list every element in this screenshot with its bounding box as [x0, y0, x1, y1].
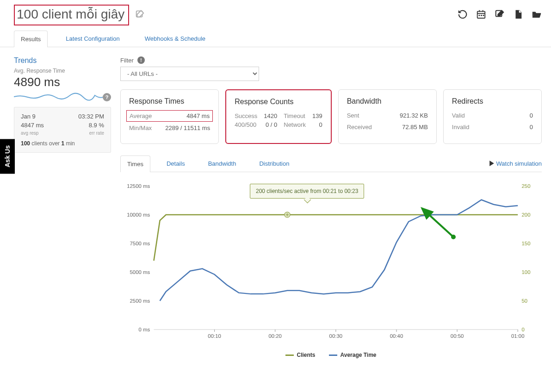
tab-details[interactable]: Details [160, 155, 192, 172]
svg-text:5000 ms: 5000 ms [130, 269, 150, 275]
chart-container: 0 ms2500 ms5000 ms7500 ms10000 ms12500 m… [120, 172, 542, 348]
tab-times[interactable]: Times [120, 156, 150, 172]
toolbar [458, 9, 542, 21]
svg-text:50: 50 [522, 298, 528, 304]
calendar-icon[interactable] [476, 9, 486, 21]
play-icon [489, 161, 495, 166]
svg-text:00:30: 00:30 [329, 333, 342, 339]
svg-text:12500 ms: 12500 ms [127, 183, 150, 189]
page-title: 100 client mỗi giây [17, 7, 124, 21]
tab-bandwidth[interactable]: Bandwidth [201, 155, 243, 172]
row-average: Average4847 ms [126, 110, 213, 122]
trends-sparkline: ? [14, 91, 111, 103]
tab-distribution[interactable]: Distribution [252, 155, 296, 172]
legend-clients: Clients [285, 352, 315, 358]
svg-text:0: 0 [522, 327, 525, 332]
card-bandwidth: Bandwidth Sent921.32 KB Received72.85 MB [338, 89, 437, 144]
svg-text:0 ms: 0 ms [139, 327, 150, 332]
tab-webhooks-schedule[interactable]: Webhooks & Schedule [138, 30, 212, 47]
edit-title-icon[interactable] [135, 9, 145, 21]
trends-value: 4890 ms [14, 75, 111, 89]
row-sent: Sent921.32 KB [347, 112, 428, 119]
document-icon[interactable] [513, 9, 523, 21]
row-received: Received72.85 MB [347, 124, 428, 131]
tab-latest-configuration[interactable]: Latest Configuration [59, 30, 126, 47]
run-clients-line: 100 clients over 1 min [21, 140, 104, 147]
run-time: 03:32 PM [78, 113, 104, 120]
help-icon[interactable]: ? [103, 93, 111, 101]
svg-text:100: 100 [522, 269, 531, 275]
chart-legend: Clients Average Time [120, 352, 542, 358]
run-err: 8.9 % [89, 122, 104, 129]
svg-text:250: 250 [522, 183, 531, 189]
folder-open-icon[interactable] [532, 9, 542, 21]
legend-avg: Average Time [329, 352, 376, 358]
row-valid: Valid0 [452, 112, 533, 119]
card-response-times: Response Times Average4847 ms Min/Max228… [120, 89, 219, 144]
compose-icon[interactable] [495, 9, 505, 21]
filter-label: Filter [120, 57, 134, 64]
card-response-counts: Response Counts Success1420 Timeout139 4… [225, 89, 331, 144]
svg-text:7500 ms: 7500 ms [130, 241, 150, 246]
main-tabs: Results Latest Configuration Webhooks & … [0, 30, 551, 47]
svg-text:10000 ms: 10000 ms [127, 212, 150, 218]
page-title-box: 100 client mỗi giây [14, 5, 129, 25]
trends-subtitle: Avg. Response Time [14, 68, 111, 74]
svg-text:2500 ms: 2500 ms [130, 298, 150, 304]
svg-text:00:10: 00:10 [208, 333, 221, 339]
card-title: Bandwidth [347, 97, 428, 106]
run-summary-card[interactable]: Jan 903:32 PM 4847 ms8.9 % avg resperr r… [14, 107, 111, 153]
run-resp: 4847 ms [21, 122, 44, 129]
ask-us-tab[interactable]: Ask Us [0, 139, 15, 174]
run-err-label: err rate [89, 131, 104, 136]
svg-text:150: 150 [522, 241, 531, 246]
chart-tabs: Times Details Bandwidth Distribution Wat… [120, 155, 542, 172]
svg-text:01:00: 01:00 [511, 333, 524, 339]
row-invalid: Invalid0 [452, 124, 533, 131]
response-time-chart[interactable]: 0 ms2500 ms5000 ms7500 ms10000 ms12500 m… [120, 181, 542, 348]
row-minmax: Min/Max2289 / 11511 ms [129, 124, 210, 131]
svg-rect-5 [483, 15, 484, 16]
card-title: Response Counts [235, 98, 322, 106]
tab-results[interactable]: Results [14, 31, 48, 47]
run-date: Jan 9 [21, 113, 36, 120]
filter-url-select[interactable]: - All URLs - [120, 67, 259, 81]
filter-info-icon[interactable]: ! [137, 56, 145, 64]
svg-text:200: 200 [522, 212, 531, 218]
card-redirects: Redirects Valid0 Invalid0 [443, 89, 542, 144]
svg-rect-4 [481, 15, 482, 16]
card-title: Response Times [129, 97, 210, 106]
svg-rect-3 [479, 15, 480, 16]
trends-heading[interactable]: Trends [14, 56, 111, 65]
watch-simulation-link[interactable]: Watch simulation [489, 156, 542, 172]
refresh-icon[interactable] [458, 9, 468, 21]
card-title: Redirects [452, 97, 533, 106]
run-resp-label: avg resp [21, 131, 38, 136]
svg-text:00:20: 00:20 [268, 333, 281, 339]
svg-text:00:40: 00:40 [390, 333, 403, 339]
chart-tooltip: 200 clients/sec active from 00:21 to 00:… [250, 184, 364, 199]
svg-text:00:50: 00:50 [451, 333, 464, 339]
